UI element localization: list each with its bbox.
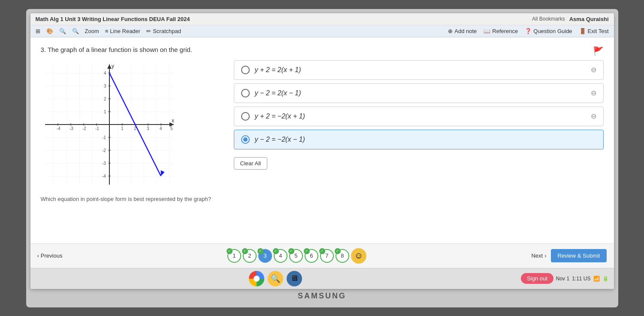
reference-button[interactable]: 📖 Reference bbox=[484, 28, 518, 34]
question-text: The graph of a linear function is shown … bbox=[48, 46, 192, 53]
eliminate-b[interactable]: ⊖ bbox=[591, 89, 596, 97]
svg-text:-4: -4 bbox=[57, 126, 60, 131]
graph-area: x y -1 -2 -3 -4 bbox=[41, 60, 221, 235]
scratchpad-icon: ✏ bbox=[146, 28, 151, 34]
add-note-button[interactable]: ⊕ Add note bbox=[448, 28, 477, 34]
svg-text:-2: -2 bbox=[102, 148, 106, 153]
radio-d[interactable] bbox=[241, 135, 250, 144]
svg-text:4: 4 bbox=[104, 71, 106, 76]
answer-text-c: y + 2 = −2(x + 1) bbox=[255, 112, 305, 120]
page-buttons: ✓ 1 ✓ 2 ✓ 3 ✓ 4 ✓ 5 bbox=[227, 248, 366, 264]
zoom-in-icon: 🔍 bbox=[72, 28, 79, 34]
question-number: 3. bbox=[41, 46, 46, 53]
page-btn-3[interactable]: ✓ 3 bbox=[258, 249, 272, 263]
page-btn-8[interactable]: ✓ 8 bbox=[336, 249, 349, 263]
page-btn-7[interactable]: ✓ 7 bbox=[320, 249, 334, 263]
answer-option-c[interactable]: y + 2 = −2(x + 1) ⊖ bbox=[234, 106, 604, 126]
palette-icon: 🎨 bbox=[46, 28, 53, 34]
screen-app-icon[interactable]: 🖥 bbox=[287, 271, 302, 286]
svg-text:3: 3 bbox=[147, 126, 149, 131]
check-4: ✓ bbox=[273, 248, 279, 254]
question-guide-button[interactable]: ❓ Question Guide bbox=[525, 28, 572, 34]
zoom-out-icon: 🔍 bbox=[59, 28, 66, 34]
check-6: ✓ bbox=[304, 248, 310, 254]
radio-b[interactable] bbox=[241, 89, 250, 97]
check-8: ✓ bbox=[335, 248, 341, 254]
answer-option-b[interactable]: y − 2 = 2(x − 1) ⊖ bbox=[234, 83, 604, 103]
prev-icon: ‹ bbox=[37, 252, 39, 259]
check-7: ✓ bbox=[319, 248, 325, 254]
eliminate-c[interactable]: ⊖ bbox=[591, 112, 596, 120]
chrome-icon[interactable] bbox=[249, 271, 264, 286]
svg-text:-4: -4 bbox=[102, 174, 106, 179]
review-submit-button[interactable]: Review & Submit bbox=[551, 249, 607, 262]
sign-out-button[interactable]: Sign out bbox=[521, 273, 553, 284]
samsung-brand: SAMSUNG bbox=[30, 289, 614, 303]
check-3: ✓ bbox=[257, 248, 263, 254]
exit-test-button[interactable]: 🚪 Exit Test bbox=[579, 28, 609, 34]
svg-text:y: y bbox=[112, 63, 114, 69]
zoom-out-button[interactable]: 🔍 bbox=[59, 28, 66, 34]
line-reader-icon: ≡ bbox=[105, 28, 109, 34]
page-title: Math Alg 1 Unit 3 Writing Linear Functio… bbox=[36, 16, 190, 22]
answers-area: y + 2 = 2(x + 1) ⊖ y − 2 = 2(x − 1) ⊖ bbox=[234, 60, 604, 235]
battery-icon: 🔋 bbox=[602, 276, 609, 282]
svg-text:-1: -1 bbox=[102, 135, 106, 140]
svg-text:-1: -1 bbox=[95, 126, 99, 131]
answer-option-d[interactable]: y − 2 = −2(x − 1) bbox=[234, 130, 604, 149]
zoom-text: Zoom bbox=[85, 28, 99, 34]
question-subtext: Which equation in point-slope form is be… bbox=[41, 196, 221, 202]
grid-button[interactable]: ⊞ bbox=[36, 28, 40, 34]
next-button[interactable]: Next › bbox=[531, 252, 546, 259]
radio-c[interactable] bbox=[241, 112, 250, 121]
search-app-icon[interactable]: 🔍 bbox=[268, 271, 283, 286]
question-guide-icon: ❓ bbox=[525, 28, 532, 34]
grid-icon: ⊞ bbox=[36, 28, 40, 34]
svg-text:1: 1 bbox=[104, 109, 106, 114]
svg-text:2: 2 bbox=[104, 97, 106, 101]
check-2: ✓ bbox=[242, 248, 248, 254]
reference-icon: 📖 bbox=[484, 28, 490, 34]
question-header: 3. The graph of a linear function is sho… bbox=[41, 46, 604, 53]
next-icon: › bbox=[544, 252, 546, 259]
previous-button[interactable]: ‹ Previous bbox=[37, 252, 63, 259]
svg-text:4: 4 bbox=[160, 126, 162, 131]
clear-all-button[interactable]: Clear All bbox=[234, 157, 267, 170]
svg-text:x: x bbox=[172, 118, 174, 124]
scratchpad-button[interactable]: ✏ Scratchpad bbox=[146, 28, 181, 34]
check-1: ✓ bbox=[227, 248, 233, 254]
user-name: Asma Quraishi bbox=[569, 16, 609, 22]
answer-text-d: y − 2 = −2(x − 1) bbox=[255, 136, 305, 143]
svg-text:-3: -3 bbox=[102, 161, 106, 166]
svg-text:3: 3 bbox=[104, 84, 106, 88]
flag-icon[interactable]: 🚩 bbox=[593, 46, 604, 56]
zoom-label[interactable]: Zoom bbox=[85, 28, 99, 34]
eliminate-a[interactable]: ⊖ bbox=[591, 66, 596, 74]
radio-a[interactable] bbox=[241, 66, 250, 74]
answer-text-b: y − 2 = 2(x − 1) bbox=[255, 89, 301, 97]
answer-option-a[interactable]: y + 2 = 2(x + 1) ⊖ bbox=[234, 60, 604, 80]
status-time: 1:11 US bbox=[572, 276, 590, 282]
coordinate-graph: x y -1 -2 -3 -4 bbox=[41, 60, 178, 189]
page-btn-5[interactable]: ✓ 5 bbox=[289, 249, 303, 263]
bookmarks-link[interactable]: All Bookmarks bbox=[532, 16, 565, 22]
line-reader-button[interactable]: ≡ Line Reader bbox=[105, 28, 140, 34]
palette-button[interactable]: 🎨 bbox=[46, 28, 53, 34]
wifi-icon: 📶 bbox=[593, 276, 600, 282]
check-5: ✓ bbox=[288, 248, 294, 254]
svg-text:5: 5 bbox=[170, 126, 173, 131]
svg-text:-2: -2 bbox=[82, 126, 86, 131]
smiley-button[interactable]: ☺ bbox=[351, 248, 366, 264]
status-date: Nov 1 bbox=[556, 276, 569, 282]
page-btn-2[interactable]: ✓ 2 bbox=[243, 249, 257, 263]
add-note-icon: ⊕ bbox=[448, 28, 453, 34]
svg-text:-3: -3 bbox=[70, 126, 73, 131]
page-btn-6[interactable]: ✓ 6 bbox=[305, 249, 318, 263]
answer-text-a: y + 2 = 2(x + 1) bbox=[255, 66, 301, 74]
svg-text:1: 1 bbox=[121, 126, 124, 131]
zoom-in-button[interactable]: 🔍 bbox=[72, 28, 79, 34]
exit-test-icon: 🚪 bbox=[579, 28, 586, 34]
page-btn-1[interactable]: ✓ 1 bbox=[227, 249, 241, 263]
page-btn-4[interactable]: ✓ 4 bbox=[274, 249, 287, 263]
